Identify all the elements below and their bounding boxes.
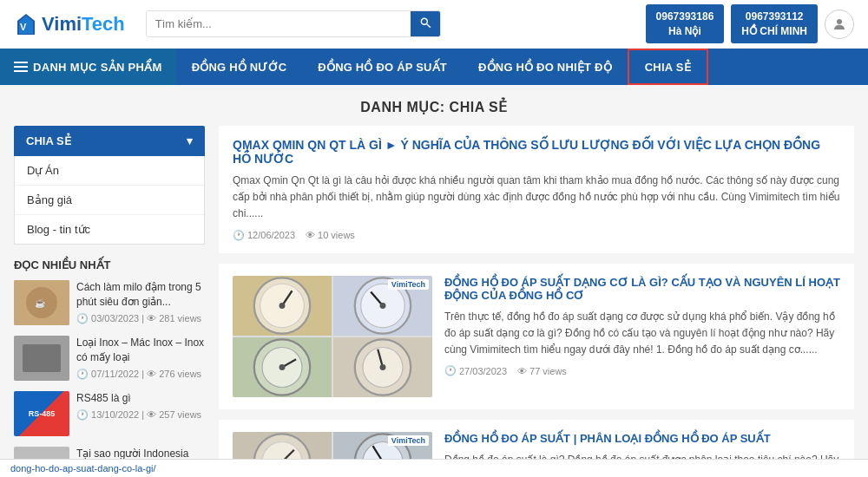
page-title-bar: DANH MỤC: CHIA SẺ	[0, 85, 868, 126]
article-2-mosaic	[233, 276, 432, 397]
popular-item-3[interactable]: RS-485 RS485 là gì 🕐 13/10/2022 | 👁 257 …	[14, 391, 205, 436]
article-1-title-link[interactable]: QMAX QMIN QN QT LÀ GÌ ► Ý NGHĨA CỦA THÔN…	[233, 138, 840, 166]
nav-item-dong-ho-nuoc[interactable]: ĐỒNG HỒ NƯỚC	[176, 49, 303, 85]
article-3-title-link[interactable]: ĐỒNG HỒ ĐO ÁP SUẤT | PHÂN LOẠI ĐỒNG HỒ Đ…	[444, 432, 840, 445]
contact-hcm-label: HỒ CHÍ MINH	[741, 24, 807, 39]
popular-item-2[interactable]: Loại Inox – Mác Inox – Inox có mấy loại …	[14, 336, 205, 381]
sidebar-popular: ĐỌC NHIỀU NHẤT ☕ Cách làm milo đậm trong…	[14, 258, 205, 477]
main-nav: DANH MỤC SẢN PHẨM ĐỒNG HỒ NƯỚC ĐỒNG HỒ Đ…	[0, 49, 868, 85]
header: V VimiTech 0967393186 Hà Nội 0967393112 …	[0, 0, 868, 49]
logo-vimi-text: Vimi	[42, 13, 82, 36]
popular-item-1[interactable]: ☕ Cách làm milo đậm trong 5 phút siêu đơ…	[14, 280, 205, 325]
gauge-cell-3	[233, 337, 332, 397]
article-2-title: ĐỒNG HỒ ĐO ÁP SUẤT DẠNG CƠ LÀ GÌ? CẤU TẠ…	[444, 276, 840, 302]
search-box	[146, 10, 441, 37]
svg-point-24	[279, 364, 286, 370]
sidebar-chevron-icon: ▾	[187, 134, 193, 147]
svg-point-16	[279, 303, 286, 309]
article-list: QMAX QMIN QN QT LÀ GÌ ► Ý NGHĨA CỦA THÔN…	[219, 126, 854, 477]
gauge-svg-4	[333, 337, 432, 397]
logo[interactable]: V VimiTech	[14, 12, 125, 36]
popular-title-3: RS485 là gì	[76, 391, 205, 406]
sidebar-item-du-an[interactable]: Dự Án	[15, 156, 204, 186]
bottom-url-text: dong-ho-do-ap-suat-dang-co-la-gi/	[10, 463, 156, 474]
article-1: QMAX QMIN QN QT LÀ GÌ ► Ý NGHĨA CỦA THÔN…	[219, 126, 854, 253]
contact-hanoi-button[interactable]: 0967393186 Hà Nội	[646, 4, 725, 44]
contact-hanoi-phone: 0967393186	[656, 10, 714, 24]
gauge-svg-3	[233, 337, 332, 397]
sidebar-list: Dự Án Bảng giá Blog - tin tức	[14, 156, 205, 245]
main-content: CHIA SẺ ▾ Dự Án Bảng giá Blog - tin tức …	[0, 126, 868, 477]
category-menu-label: DANH MỤC SẢN PHẨM	[33, 61, 162, 74]
svg-rect-10	[23, 344, 61, 372]
article-1-date: 🕐12/06/2023	[233, 230, 295, 241]
contact-hcm-phone: 0967393112	[741, 10, 807, 24]
nav-item-chia-se[interactable]: CHIA SẺ	[628, 49, 708, 85]
contact-area: 0967393186 Hà Nội 0967393112 HỒ CHÍ MINH	[646, 4, 818, 44]
sidebar-category-header: CHIA SẺ ▾	[14, 126, 205, 156]
contact-hanoi-label: Hà Nội	[656, 24, 714, 39]
search-input[interactable]	[147, 11, 411, 36]
popular-meta-3: 🕐 13/10/2022 | 👁 257 views	[76, 409, 205, 421]
sidebar-popular-title: ĐỌC NHIỀU NHẤT	[14, 258, 205, 271]
svg-line-4	[427, 24, 431, 28]
svg-text:☕: ☕	[35, 297, 46, 309]
sidebar-item-bang-gia[interactable]: Bảng giá	[15, 186, 204, 215]
article-1-title: QMAX QMIN QN QT LÀ GÌ ► Ý NGHĨA CỦA THÔN…	[233, 138, 840, 166]
article-2-body: ĐỒNG HỒ ĐO ÁP SUẤT DẠNG CƠ LÀ GÌ? CẤU TẠ…	[444, 276, 840, 397]
vimitech-badge-3: VimiTech	[388, 435, 429, 446]
popular-thumb-1: ☕	[14, 280, 69, 325]
contact-hcm-button[interactable]: 0967393112 HỒ CHÍ MINH	[731, 4, 818, 44]
search-icon	[419, 16, 431, 29]
article-3-title: ĐỒNG HỒ ĐO ÁP SUẤT | PHÂN LOẠI ĐỒNG HỒ Đ…	[444, 432, 771, 445]
sidebar: CHIA SẺ ▾ Dự Án Bảng giá Blog - tin tức …	[14, 126, 205, 477]
user-account-button[interactable]	[825, 10, 854, 39]
article-1-meta: 🕐12/06/2023 👁10 views	[233, 230, 840, 241]
article-2-title-link[interactable]: ĐỒNG HỒ ĐO ÁP SUẤT DẠNG CƠ LÀ GÌ? CẤU TẠ…	[444, 276, 840, 302]
popular-info-2: Loại Inox – Mác Inox – Inox có mấy loại …	[76, 336, 205, 380]
popular-meta-1: 🕐 03/03/2023 | 👁 281 views	[76, 313, 205, 324]
gauge-svg-1	[233, 276, 332, 336]
article-2-excerpt: Trên thực tế, đồng hồ đo áp suất dạng cơ…	[444, 309, 840, 359]
gauge-cell-4	[333, 337, 432, 397]
hamburger-icon	[14, 62, 28, 72]
article-2: VimiTech ĐỒNG HỒ ĐO ÁP SUẤT DẠNG CƠ LÀ G…	[219, 264, 854, 409]
bottom-url-bar: dong-ho-do-ap-suat-dang-co-la-gi/	[0, 459, 868, 477]
user-icon	[832, 16, 847, 32]
article-1-views: 👁10 views	[306, 230, 355, 240]
article-2-thumb: VimiTech	[233, 276, 432, 397]
sidebar-item-blog[interactable]: Blog - tin tức	[15, 215, 204, 244]
article-1-excerpt: Qmax Qmin Qn Qt là gì là câu hỏi được kh…	[233, 173, 840, 223]
popular-info-3: RS485 là gì 🕐 13/10/2022 | 👁 257 views	[76, 391, 205, 421]
svg-point-20	[380, 303, 386, 309]
sidebar-category-label: CHIA SẺ	[26, 134, 71, 147]
article-2-meta: 🕐27/03/2023 👁77 views	[444, 365, 840, 376]
popular-info-1: Cách làm milo đậm trong 5 phút siêu đơn …	[76, 280, 205, 324]
search-button[interactable]	[411, 11, 440, 36]
gauge-cell-1	[233, 276, 332, 336]
page-title: DANH MỤC: CHIA SẺ	[0, 99, 868, 115]
nav-item-dong-ho-ap-suat[interactable]: ĐỒNG HỒ ĐO ÁP SUẤT	[302, 49, 463, 85]
svg-point-3	[421, 18, 427, 24]
popular-title-2: Loại Inox – Mác Inox – Inox có mấy loại	[76, 336, 205, 365]
article-2-views: 👁77 views	[517, 366, 567, 376]
svg-point-5	[837, 19, 842, 24]
popular-thumb-img-2	[14, 336, 69, 381]
popular-meta-2: 🕐 07/11/2022 | 👁 276 views	[76, 369, 205, 380]
popular-thumb-img-1: ☕	[14, 280, 69, 325]
logo-icon: V	[14, 12, 38, 36]
logo-tech-text: Tech	[82, 13, 125, 36]
category-menu-button[interactable]: DANH MỤC SẢN PHẨM	[0, 49, 176, 85]
popular-thumb-2	[14, 336, 69, 381]
popular-title-1: Cách làm milo đậm trong 5 phút siêu đơn …	[76, 280, 205, 310]
article-2-date: 🕐27/03/2023	[444, 365, 507, 376]
popular-thumb-3: RS-485	[14, 391, 69, 436]
vimitech-badge-2: VimiTech	[388, 279, 429, 290]
svg-point-28	[380, 364, 386, 370]
svg-text:V: V	[20, 22, 27, 32]
nav-item-dong-ho-nhiet-do[interactable]: ĐỒNG HỒ ĐO NHIỆT ĐỘ	[463, 49, 628, 85]
